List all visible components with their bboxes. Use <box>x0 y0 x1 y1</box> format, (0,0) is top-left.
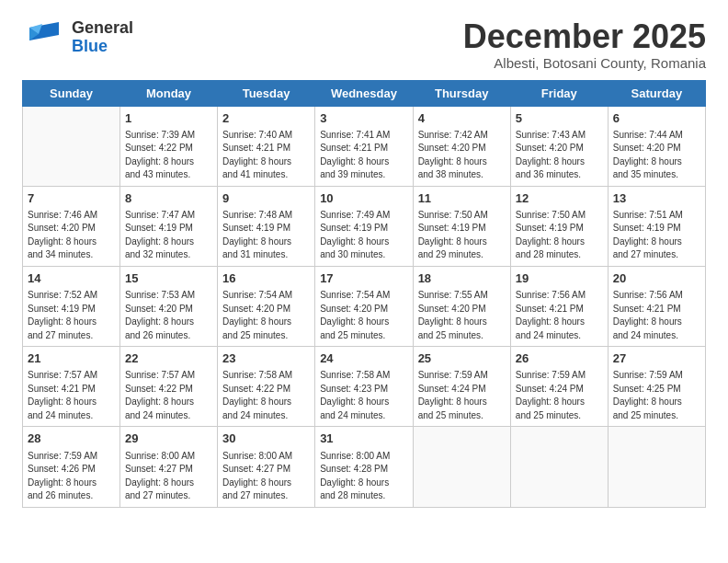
logo: General Blue <box>22 18 133 57</box>
day-number: 22 <box>125 350 212 367</box>
calendar-cell: 1Sunrise: 7:39 AMSunset: 4:22 PMDaylight… <box>120 106 218 186</box>
day-number: 15 <box>125 270 212 287</box>
calendar-cell <box>23 106 120 186</box>
day-number: 20 <box>613 270 700 287</box>
calendar-cell: 17Sunrise: 7:54 AMSunset: 4:20 PMDayligh… <box>315 266 413 346</box>
day-info: Sunrise: 7:51 AMSunset: 4:19 PMDaylight:… <box>613 209 700 262</box>
day-number: 31 <box>320 431 407 447</box>
calendar-cell: 2Sunrise: 7:40 AMSunset: 4:21 PMDaylight… <box>218 106 315 186</box>
calendar-week-2: 7Sunrise: 7:46 AMSunset: 4:20 PMDaylight… <box>23 186 706 266</box>
day-number: 30 <box>222 431 310 447</box>
day-info: Sunrise: 7:59 AMSunset: 4:24 PMDaylight:… <box>418 369 506 422</box>
calendar-cell: 26Sunrise: 7:59 AMSunset: 4:24 PMDayligh… <box>510 347 608 427</box>
day-number: 2 <box>222 110 310 127</box>
column-header-sunday: Sunday <box>23 80 120 106</box>
day-number: 25 <box>418 350 506 367</box>
calendar-week-5: 28Sunrise: 7:59 AMSunset: 4:26 PMDayligh… <box>23 427 706 507</box>
day-info: Sunrise: 7:41 AMSunset: 4:21 PMDaylight:… <box>320 129 407 182</box>
day-info: Sunrise: 8:00 AMSunset: 4:27 PMDaylight:… <box>222 450 310 503</box>
day-number: 16 <box>222 270 310 287</box>
day-number: 29 <box>125 431 212 447</box>
day-info: Sunrise: 7:47 AMSunset: 4:19 PMDaylight:… <box>125 209 212 262</box>
calendar-cell: 14Sunrise: 7:52 AMSunset: 4:19 PMDayligh… <box>23 266 120 346</box>
calendar-cell <box>510 427 608 507</box>
day-info: Sunrise: 7:48 AMSunset: 4:19 PMDaylight:… <box>222 209 310 262</box>
calendar-cell: 25Sunrise: 7:59 AMSunset: 4:24 PMDayligh… <box>413 347 510 427</box>
calendar-week-1: 1Sunrise: 7:39 AMSunset: 4:22 PMDaylight… <box>23 106 706 186</box>
logo-blue-text: Blue <box>72 38 133 56</box>
day-number: 14 <box>28 270 115 287</box>
day-info: Sunrise: 7:40 AMSunset: 4:21 PMDaylight:… <box>222 129 310 182</box>
day-info: Sunrise: 7:46 AMSunset: 4:20 PMDaylight:… <box>28 209 115 262</box>
calendar-cell: 30Sunrise: 8:00 AMSunset: 4:27 PMDayligh… <box>218 427 315 507</box>
day-info: Sunrise: 7:54 AMSunset: 4:20 PMDaylight:… <box>222 289 310 342</box>
day-info: Sunrise: 7:57 AMSunset: 4:22 PMDaylight:… <box>125 369 212 422</box>
day-number: 13 <box>613 190 700 207</box>
day-info: Sunrise: 7:53 AMSunset: 4:20 PMDaylight:… <box>125 289 212 342</box>
calendar-cell <box>413 427 510 507</box>
day-info: Sunrise: 7:50 AMSunset: 4:19 PMDaylight:… <box>418 209 506 262</box>
calendar-cell: 8Sunrise: 7:47 AMSunset: 4:19 PMDaylight… <box>120 186 218 266</box>
calendar-cell: 7Sunrise: 7:46 AMSunset: 4:20 PMDaylight… <box>23 186 120 266</box>
column-header-friday: Friday <box>510 80 608 106</box>
calendar-cell <box>608 427 705 507</box>
day-number: 12 <box>516 190 603 207</box>
calendar-cell: 16Sunrise: 7:54 AMSunset: 4:20 PMDayligh… <box>218 266 315 346</box>
month-title: December 2025 <box>463 18 706 55</box>
day-info: Sunrise: 7:44 AMSunset: 4:20 PMDaylight:… <box>613 129 700 182</box>
calendar-cell: 15Sunrise: 7:53 AMSunset: 4:20 PMDayligh… <box>120 266 218 346</box>
day-info: Sunrise: 7:59 AMSunset: 4:25 PMDaylight:… <box>613 369 700 422</box>
calendar-cell: 21Sunrise: 7:57 AMSunset: 4:21 PMDayligh… <box>23 347 120 427</box>
column-header-saturday: Saturday <box>608 80 705 106</box>
day-info: Sunrise: 7:50 AMSunset: 4:19 PMDaylight:… <box>516 209 603 262</box>
calendar-cell: 24Sunrise: 7:58 AMSunset: 4:23 PMDayligh… <box>315 347 413 427</box>
logo-icon <box>22 18 68 57</box>
day-number: 1 <box>125 110 212 127</box>
calendar-cell: 18Sunrise: 7:55 AMSunset: 4:20 PMDayligh… <box>413 266 510 346</box>
day-info: Sunrise: 7:43 AMSunset: 4:20 PMDaylight:… <box>516 129 603 182</box>
calendar-cell: 22Sunrise: 7:57 AMSunset: 4:22 PMDayligh… <box>120 347 218 427</box>
day-number: 27 <box>613 350 700 367</box>
day-info: Sunrise: 7:49 AMSunset: 4:19 PMDaylight:… <box>320 209 407 262</box>
day-number: 23 <box>222 350 310 367</box>
day-number: 6 <box>613 110 700 127</box>
calendar-cell: 28Sunrise: 7:59 AMSunset: 4:26 PMDayligh… <box>23 427 120 507</box>
day-number: 4 <box>418 110 506 127</box>
calendar-cell: 31Sunrise: 8:00 AMSunset: 4:28 PMDayligh… <box>315 427 413 507</box>
logo-text: General Blue <box>72 19 133 56</box>
day-info: Sunrise: 7:55 AMSunset: 4:20 PMDaylight:… <box>418 289 506 342</box>
calendar-cell: 27Sunrise: 7:59 AMSunset: 4:25 PMDayligh… <box>608 347 705 427</box>
day-number: 11 <box>418 190 506 207</box>
day-info: Sunrise: 7:56 AMSunset: 4:21 PMDaylight:… <box>516 289 603 342</box>
day-number: 19 <box>516 270 603 287</box>
calendar-cell: 20Sunrise: 7:56 AMSunset: 4:21 PMDayligh… <box>608 266 705 346</box>
calendar-week-3: 14Sunrise: 7:52 AMSunset: 4:19 PMDayligh… <box>23 266 706 346</box>
day-info: Sunrise: 7:58 AMSunset: 4:23 PMDaylight:… <box>320 369 407 422</box>
calendar-cell: 19Sunrise: 7:56 AMSunset: 4:21 PMDayligh… <box>510 266 608 346</box>
day-number: 9 <box>222 190 310 207</box>
day-number: 3 <box>320 110 407 127</box>
calendar-table: SundayMondayTuesdayWednesdayThursdayFrid… <box>22 80 706 508</box>
column-header-monday: Monday <box>120 80 218 106</box>
calendar-cell: 5Sunrise: 7:43 AMSunset: 4:20 PMDaylight… <box>510 106 608 186</box>
column-header-thursday: Thursday <box>413 80 510 106</box>
page-header: General Blue December 2025 Albesti, Boto… <box>22 18 706 71</box>
logo-general-text: General <box>72 19 133 38</box>
calendar-cell: 12Sunrise: 7:50 AMSunset: 4:19 PMDayligh… <box>510 186 608 266</box>
day-info: Sunrise: 7:56 AMSunset: 4:21 PMDaylight:… <box>613 289 700 342</box>
day-number: 28 <box>28 431 115 447</box>
calendar-cell: 29Sunrise: 8:00 AMSunset: 4:27 PMDayligh… <box>120 427 218 507</box>
day-number: 17 <box>320 270 407 287</box>
day-info: Sunrise: 7:54 AMSunset: 4:20 PMDaylight:… <box>320 289 407 342</box>
day-info: Sunrise: 7:42 AMSunset: 4:20 PMDaylight:… <box>418 129 506 182</box>
calendar-week-4: 21Sunrise: 7:57 AMSunset: 4:21 PMDayligh… <box>23 347 706 427</box>
column-header-tuesday: Tuesday <box>218 80 315 106</box>
day-info: Sunrise: 7:58 AMSunset: 4:22 PMDaylight:… <box>222 369 310 422</box>
day-number: 7 <box>28 190 115 207</box>
day-number: 26 <box>516 350 603 367</box>
day-number: 21 <box>28 350 115 367</box>
day-number: 8 <box>125 190 212 207</box>
calendar-cell: 9Sunrise: 7:48 AMSunset: 4:19 PMDaylight… <box>218 186 315 266</box>
day-info: Sunrise: 8:00 AMSunset: 4:28 PMDaylight:… <box>320 450 407 503</box>
calendar-cell: 23Sunrise: 7:58 AMSunset: 4:22 PMDayligh… <box>218 347 315 427</box>
